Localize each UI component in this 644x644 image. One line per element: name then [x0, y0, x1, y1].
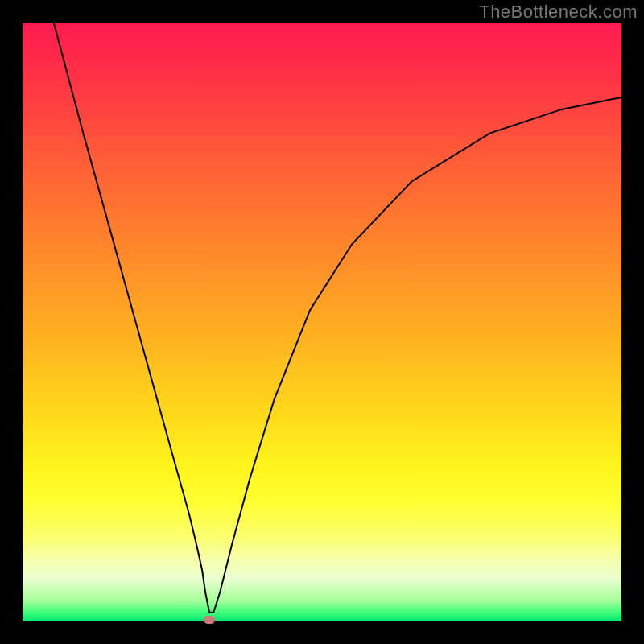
curve-path — [54, 23, 621, 613]
chart-container: TheBottleneck.com — [0, 0, 644, 644]
bottleneck-curve — [23, 23, 621, 621]
plot-area — [23, 23, 621, 621]
watermark-text: TheBottleneck.com — [479, 2, 638, 23]
optimal-point-marker — [204, 616, 215, 624]
